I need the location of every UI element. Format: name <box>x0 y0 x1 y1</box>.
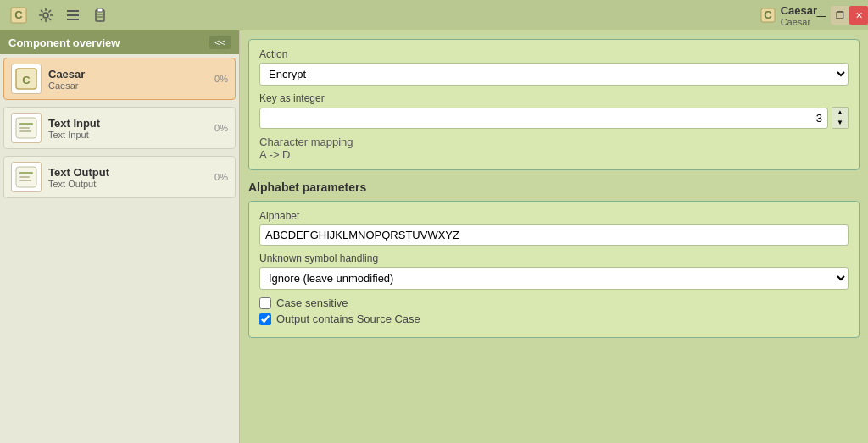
char-mapping-row: Character mapping A -> D <box>259 136 849 161</box>
alphabet-form-row: Alphabet <box>259 210 849 246</box>
alphabet-section-title: Alphabet parameters <box>248 180 860 194</box>
list-icon[interactable] <box>61 3 85 27</box>
alphabet-input[interactable] <box>259 224 849 246</box>
key-input[interactable] <box>259 108 828 129</box>
action-panel: Action Encrypt Decrypt Key as integer ▲ … <box>248 39 860 170</box>
caesar-toolbar-icon[interactable]: C <box>7 3 31 27</box>
collapse-button[interactable]: << <box>209 36 231 49</box>
alphabet-label: Alphabet <box>259 210 849 222</box>
sidebar-item-text-input[interactable]: Text Input Text Input 0% <box>3 107 236 149</box>
svg-rect-5 <box>67 19 79 20</box>
text-output-item-name: Text Output <box>48 166 214 179</box>
main-layout: Component overview << C Caesar Caesar 0% <box>0 30 868 443</box>
key-decrement-button[interactable]: ▼ <box>832 118 848 128</box>
key-input-row: ▲ ▼ <box>259 107 849 129</box>
window-control-buttons: — ❐ ✕ <box>812 0 868 30</box>
output-source-case-label: Output contains Source Case <box>276 313 420 325</box>
content-area: Action Encrypt Decrypt Key as integer ▲ … <box>240 30 868 443</box>
svg-point-2 <box>43 13 48 18</box>
action-select[interactable]: Encrypt Decrypt <box>259 63 849 86</box>
sidebar: Component overview << C Caesar Caesar 0% <box>0 30 240 443</box>
svg-rect-17 <box>19 130 31 132</box>
sidebar-item-caesar[interactable]: C Caesar Caesar 0% <box>3 58 236 100</box>
sidebar-item-text-output[interactable]: Text Output Text Output 0% <box>3 156 236 198</box>
unknown-select[interactable]: Ignore (leave unmodified) Remove Replace… <box>259 267 849 290</box>
action-label: Action <box>259 48 849 60</box>
sidebar-header: Component overview << <box>0 30 239 54</box>
svg-rect-4 <box>67 14 79 16</box>
char-mapping-label: Character mapping <box>259 136 353 148</box>
svg-rect-16 <box>19 127 30 129</box>
text-input-icon <box>11 113 42 143</box>
key-label: Key as integer <box>259 92 849 104</box>
alphabet-section-title-area: Alphabet parameters <box>248 180 860 194</box>
top-header: C <box>0 0 868 30</box>
close-button[interactable]: ✕ <box>849 6 868 25</box>
case-sensitive-label: Case sensitive <box>276 296 348 309</box>
text-input-item-text: Text Input Text Input <box>48 117 214 140</box>
sidebar-title: Component overview <box>8 36 120 49</box>
text-input-item-sub: Text Input <box>48 130 214 140</box>
svg-rect-7 <box>97 8 103 12</box>
key-spinner: ▲ ▼ <box>832 107 849 129</box>
svg-rect-20 <box>19 176 30 178</box>
output-source-case-checkbox[interactable] <box>259 313 271 325</box>
svg-rect-3 <box>67 10 79 12</box>
case-sensitive-checkbox[interactable] <box>259 297 271 309</box>
text-output-item-pct: 0% <box>214 172 228 182</box>
output-source-case-row: Output contains Source Case <box>259 313 849 325</box>
svg-rect-15 <box>19 123 33 125</box>
unknown-form-row: Unknown symbol handling Ignore (leave un… <box>259 252 849 290</box>
svg-text:C: C <box>14 8 23 21</box>
alphabet-panel: Alphabet Unknown symbol handling Ignore … <box>248 201 860 338</box>
case-sensitive-row: Case sensitive <box>259 296 849 309</box>
key-increment-button[interactable]: ▲ <box>832 108 848 118</box>
svg-rect-21 <box>19 180 31 181</box>
text-output-icon <box>11 162 42 192</box>
toolbar-icons: C <box>7 3 112 27</box>
text-output-item-sub: Text Output <box>48 179 214 189</box>
char-mapping-value: A -> D <box>259 148 291 161</box>
text-input-item-name: Text Input <box>48 117 214 130</box>
caesar-item-sub: Caesar <box>48 80 214 91</box>
caesar-icon: C <box>11 64 42 94</box>
clipboard-icon[interactable] <box>88 3 112 27</box>
svg-text:C: C <box>22 74 31 86</box>
caesar-item-pct: 0% <box>214 74 228 84</box>
key-form-row: Key as integer ▲ ▼ <box>259 92 849 129</box>
action-form-row: Action Encrypt Decrypt <box>259 48 849 86</box>
caesar-item-name: Caesar <box>48 68 214 80</box>
unknown-label: Unknown symbol handling <box>259 252 849 264</box>
caesar-item-text: Caesar Caesar <box>48 68 214 91</box>
settings-icon[interactable] <box>34 3 58 27</box>
window-title: C Caesar Caesar <box>760 0 817 30</box>
minimize-button[interactable]: — <box>812 6 831 25</box>
text-input-item-pct: 0% <box>214 123 228 133</box>
svg-rect-19 <box>19 172 33 174</box>
restore-button[interactable]: ❐ <box>831 6 849 25</box>
text-output-item-text: Text Output Text Output <box>48 166 214 189</box>
svg-text:C: C <box>764 8 772 21</box>
